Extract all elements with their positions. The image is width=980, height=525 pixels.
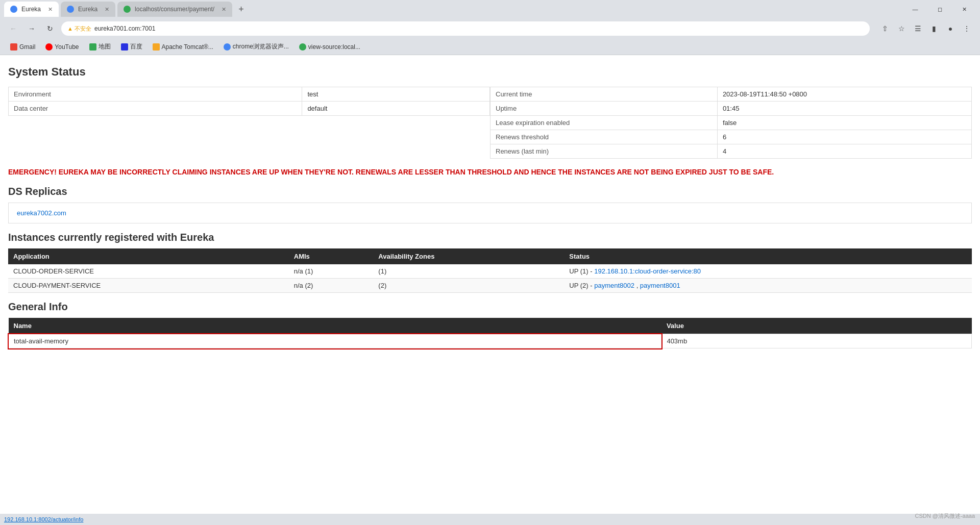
back-button[interactable]: ← (6, 21, 20, 36)
lease-value: false (717, 116, 971, 130)
window-controls: — ◻ ✕ (903, 2, 976, 17)
maps-icon (89, 43, 96, 51)
instances-title: Instances currently registered with Eure… (8, 232, 972, 243)
refresh-button[interactable]: ↻ (43, 21, 57, 36)
bookmark-gmail[interactable]: Gmail (6, 42, 39, 52)
env-label: Environment (9, 87, 302, 102)
system-status-title: System Status (8, 65, 972, 79)
status-bar-url[interactable]: 192.168.10.1:8002/actuator/info (4, 516, 83, 522)
maximize-button[interactable]: ◻ (928, 2, 951, 17)
col-name: Name (9, 318, 662, 334)
current-time-label: Current time (491, 87, 718, 102)
page-content: System Status Environment test Data cent… (0, 55, 980, 514)
tomcat-icon (153, 43, 160, 51)
col-zones: Availability Zones (373, 248, 564, 264)
uptime-label: Uptime (491, 102, 718, 116)
star-icon[interactable]: ☆ (894, 21, 909, 36)
table-row: Renews threshold 6 (491, 130, 972, 144)
instance-status-2: UP (2) - payment8002 , payment8001 (564, 279, 972, 293)
general-info-title: General Info (8, 301, 972, 313)
lease-label: Lease expiration enabled (491, 116, 718, 130)
tab-close-3[interactable]: ✕ (222, 6, 226, 13)
bookmark-view-source-label: view-source:local... (308, 43, 360, 51)
forward-button[interactable]: → (24, 21, 39, 36)
instance-amis-1: n/a (1) (289, 264, 374, 279)
profile-icon[interactable]: ● (943, 21, 958, 36)
new-tab-button[interactable]: + (234, 4, 248, 15)
bookmark-gmail-label: Gmail (19, 43, 35, 51)
tab-favicon-2 (67, 6, 74, 13)
tab-favicon-3 (124, 6, 131, 13)
table-row: Uptime 01:45 (491, 102, 972, 116)
col-application: Application (8, 248, 289, 264)
table-row: total-avail-memory 403mb (9, 334, 972, 348)
toolbar-icons: ⇧ ☆ ☰ ▮ ● ⋮ (878, 21, 974, 36)
bookmark-baidu[interactable]: 百度 (117, 41, 146, 52)
status-tables: Environment test Data center default (8, 87, 972, 159)
tab-close-2[interactable]: ✕ (105, 6, 109, 13)
bookmark-tomcat-label: Apache Tomcat®... (162, 43, 213, 51)
instances-header-row: Application AMIs Availability Zones Stat… (8, 248, 972, 264)
minimize-button[interactable]: — (903, 2, 927, 17)
current-time-value: 2023-08-19T11:48:50 +0800 (717, 87, 971, 102)
url-bar[interactable]: ▲ 不安全 eureka7001.com:7001 (61, 21, 870, 36)
bookmark-chrome[interactable]: chrome浏览器设声... (219, 41, 293, 52)
bookmark-view-source[interactable]: view-source:local... (295, 42, 364, 52)
environment-table: Environment test Data center default (8, 87, 490, 116)
renews-last-value: 4 (717, 144, 971, 159)
gmail-icon (10, 43, 17, 51)
tab-3[interactable]: localhost/consumer/payment/ ✕ (117, 2, 232, 17)
extensions-icon[interactable]: ☰ (911, 21, 925, 36)
table-row: Lease expiration enabled false (491, 116, 972, 130)
table-row: Renews (last min) 4 (491, 144, 972, 159)
status-bar: 192.168.10.1:8002/actuator/info (0, 514, 980, 525)
col-value: Value (662, 318, 972, 334)
replica-link[interactable]: eureka7002.com (17, 209, 66, 217)
col-amis: AMIs (289, 248, 374, 264)
view-source-icon (299, 43, 306, 51)
status-separator: , (636, 282, 640, 289)
right-status-table: Current time 2023-08-19T11:48:50 +0800 U… (490, 87, 972, 159)
table-row: CLOUD-PAYMENT-SERVICE n/a (2) (2) UP (2)… (8, 279, 972, 293)
bookmark-youtube[interactable]: YouTube (41, 42, 83, 52)
general-value-1: 403mb (662, 334, 972, 348)
table-row: Environment test (9, 87, 490, 102)
datacenter-label: Data center (9, 102, 302, 116)
instance-link-1[interactable]: 192.168.10.1:cloud-order-service:80 (594, 267, 701, 275)
baidu-icon (121, 43, 128, 51)
close-button[interactable]: ✕ (952, 2, 976, 17)
bookmark-tomcat[interactable]: Apache Tomcat®... (149, 42, 217, 52)
instances-table: Application AMIs Availability Zones Stat… (8, 248, 972, 293)
instance-application-2: CLOUD-PAYMENT-SERVICE (8, 279, 289, 293)
left-status-table: Environment test Data center default (8, 87, 490, 159)
youtube-icon (45, 43, 53, 51)
title-bar: Eureka ✕ Eureka ✕ localhost/consumer/pay… (0, 0, 980, 18)
instance-status-1: UP (1) - 192.168.10.1:cloud-order-servic… (564, 264, 972, 279)
share-icon[interactable]: ⇧ (878, 21, 892, 36)
tab-1[interactable]: Eureka ✕ (4, 2, 59, 17)
renews-last-label: Renews (last min) (491, 144, 718, 159)
sidebar-icon[interactable]: ▮ (927, 21, 941, 36)
browser-frame: Eureka ✕ Eureka ✕ localhost/consumer/pay… (0, 0, 980, 525)
col-status: Status (564, 248, 972, 264)
general-info-table: Name Value total-avail-memory 403mb (8, 318, 972, 348)
env-value: test (302, 87, 490, 102)
bookmark-chrome-label: chrome浏览器设声... (233, 42, 289, 51)
tab-favicon-1 (10, 6, 17, 13)
tab-close-1[interactable]: ✕ (48, 6, 53, 13)
more-icon[interactable]: ⋮ (960, 21, 974, 36)
instance-link-2a[interactable]: payment8002 (594, 282, 634, 289)
instance-link-2b[interactable]: payment8001 (640, 282, 680, 289)
bookmark-maps[interactable]: 地图 (85, 41, 115, 52)
tab-label-1: Eureka (21, 6, 41, 13)
watermark: CSDN @清风微述-aaaa (915, 512, 975, 520)
replica-box: eureka7002.com (8, 203, 972, 223)
status-text-1: UP (1) - (569, 267, 594, 275)
security-warning: ▲ 不安全 (67, 25, 91, 33)
tab-label-2: Eureka (78, 6, 97, 13)
tab-2[interactable]: Eureka ✕ (61, 2, 115, 17)
address-bar: ← → ↻ ▲ 不安全 eureka7001.com:7001 ⇧ ☆ ☰ ▮ … (0, 18, 980, 39)
status-text-2: UP (2) - (569, 282, 594, 289)
bookmark-maps-label: 地图 (99, 42, 111, 51)
datacenter-value: default (302, 102, 490, 116)
